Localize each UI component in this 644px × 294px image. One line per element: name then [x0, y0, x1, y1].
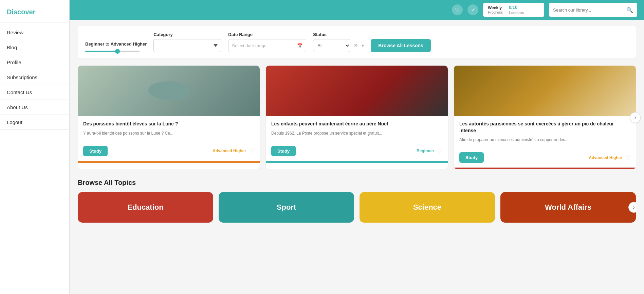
card-bottom-bar — [266, 161, 448, 163]
check-icon[interactable]: ✓ — [467, 4, 478, 15]
topics-title: Browse All Topics — [78, 179, 636, 187]
topbar: ♡ ✓ Weekly Progress 0/10 Lessons 🔍 — [70, 0, 644, 20]
date-range-label: Date Range — [228, 32, 306, 37]
level-filter: Beginner to Advanced Higher — [85, 41, 147, 52]
search-input[interactable] — [553, 7, 624, 13]
study-button[interactable]: Study — [271, 146, 296, 156]
sidebar: Discover Review Blog Profile Subscriptio… — [0, 0, 70, 294]
topic-education[interactable]: Education — [78, 192, 213, 223]
level-range-text: Beginner to Advanced Higher — [85, 41, 147, 47]
card-footer: Study Beginner ♡ — [266, 146, 448, 161]
sidebar-item-profile[interactable]: Profile — [0, 55, 69, 70]
content-area: Beginner to Advanced Higher Category Dat… — [70, 20, 644, 294]
lesson-card: Les enfants peuvent maintenant écrire au… — [266, 66, 448, 169]
level-label: Beginner — [417, 149, 434, 153]
card-desc: Y aura-t-il bientôt des poissons sur la … — [83, 130, 254, 136]
heart-icon[interactable]: ♡ — [625, 154, 630, 161]
calendar-icon: 📅 — [297, 43, 302, 48]
card-title: Les autorités parisiennes se sont exercé… — [459, 121, 630, 134]
sidebar-item-logout[interactable]: Logout — [0, 115, 69, 130]
card-body: Les autorités parisiennes se sont exercé… — [454, 116, 636, 152]
cards-row: Des poissons bientôt élevés sur la Lune … — [78, 66, 636, 169]
sidebar-item-contact-us[interactable]: Contact Us — [0, 85, 69, 100]
status-filter: Status All ✕ ▾ — [313, 32, 364, 52]
range-slider-container — [85, 51, 147, 52]
card-image-santa — [266, 66, 448, 116]
status-clear-btn[interactable]: ✕ — [353, 42, 359, 49]
progress-value: 0/10 Lessons — [509, 5, 524, 15]
progress-title: Weekly — [488, 5, 503, 10]
card-image-fish — [78, 66, 260, 116]
level-label: Advanced Higher — [213, 149, 246, 153]
topic-world-label: World Affairs — [545, 203, 591, 212]
heart-icon[interactable]: ♡ — [249, 147, 254, 155]
category-select[interactable] — [153, 39, 221, 52]
card-level-heart: Advanced Higher ♡ — [589, 154, 630, 161]
card-footer: Study Advanced Higher ♡ — [78, 146, 260, 161]
status-chevron: ▾ — [362, 43, 364, 48]
status-label: Status — [313, 32, 364, 37]
card-desc: Afin de préparer au mieux ses administré… — [459, 137, 630, 143]
progress-widget: Weekly Progress 0/10 Lessons — [483, 3, 544, 17]
lesson-cards-section: Des poissons bientôt élevés sur la Lune … — [78, 66, 636, 169]
topic-education-label: Education — [127, 203, 163, 212]
sidebar-brand[interactable]: Discover — [0, 3, 69, 22]
date-range-placeholder: Select date range — [232, 43, 266, 48]
sidebar-item-about-us[interactable]: About Us — [0, 100, 69, 115]
card-footer: Study Advanced Higher ♡ — [454, 152, 636, 168]
topic-sport-label: Sport — [277, 203, 296, 212]
topics-section: Browse All Topics Education Sport Scienc… — [78, 179, 636, 223]
card-title: Des poissons bientôt élevés sur la Lune … — [83, 121, 254, 127]
date-range-filter: Date Range Select date range 📅 — [228, 32, 306, 52]
progress-labels: Weekly Progress — [488, 5, 503, 14]
card-title: Les enfants peuvent maintenant écrire au… — [271, 121, 442, 127]
search-icon[interactable]: 🔍 — [626, 7, 633, 13]
card-image-classroom — [454, 66, 636, 116]
topic-world-affairs[interactable]: World Affairs — [500, 192, 636, 223]
card-level-heart: Advanced Higher ♡ — [213, 147, 254, 155]
topic-science-label: Science — [413, 203, 441, 212]
progress-subtitle: Progress — [488, 10, 503, 14]
topic-science[interactable]: Science — [360, 192, 495, 223]
card-body: Les enfants peuvent maintenant écrire au… — [266, 116, 448, 146]
cards-next-arrow[interactable]: › — [630, 112, 641, 123]
card-body: Des poissons bientôt élevés sur la Lune … — [78, 116, 260, 146]
filters-row: Beginner to Advanced Higher Category Dat… — [78, 26, 636, 58]
date-range-input[interactable]: Select date range 📅 — [228, 39, 306, 52]
favorites-icon[interactable]: ♡ — [452, 4, 463, 15]
category-label: Category — [153, 32, 221, 37]
browse-all-lessons-btn[interactable]: Browse All Lessons — [371, 39, 431, 52]
card-bottom-bar — [78, 161, 260, 163]
sidebar-item-review[interactable]: Review — [0, 25, 69, 40]
sidebar-nav: Review Blog Profile Subscriptions Contac… — [0, 25, 69, 130]
study-button[interactable]: Study — [83, 146, 108, 156]
card-desc: Depuis 1962, La Poste propose un service… — [271, 130, 442, 136]
status-row: All ✕ ▾ — [313, 39, 364, 52]
category-filter: Category — [153, 32, 221, 52]
study-button[interactable]: Study — [459, 152, 484, 163]
level-label: Advanced Higher — [589, 155, 622, 160]
sidebar-item-blog[interactable]: Blog — [0, 40, 69, 55]
heart-icon[interactable]: ♡ — [437, 147, 442, 155]
main-area: ♡ ✓ Weekly Progress 0/10 Lessons 🔍 Begin… — [70, 0, 644, 294]
lesson-card: Des poissons bientôt élevés sur la Lune … — [78, 66, 260, 169]
status-select[interactable]: All — [313, 39, 350, 52]
card-level-heart: Beginner ♡ — [417, 147, 442, 155]
topics-row: Education Sport Science World Affairs › — [78, 192, 636, 223]
sidebar-item-subscriptions[interactable]: Subscriptions — [0, 70, 69, 85]
search-box[interactable]: 🔍 — [549, 3, 637, 17]
lesson-card: Les autorités parisiennes se sont exercé… — [454, 66, 636, 169]
level-range-slider[interactable] — [85, 51, 140, 52]
topic-sport[interactable]: Sport — [219, 192, 354, 223]
card-bottom-bar — [454, 168, 636, 169]
